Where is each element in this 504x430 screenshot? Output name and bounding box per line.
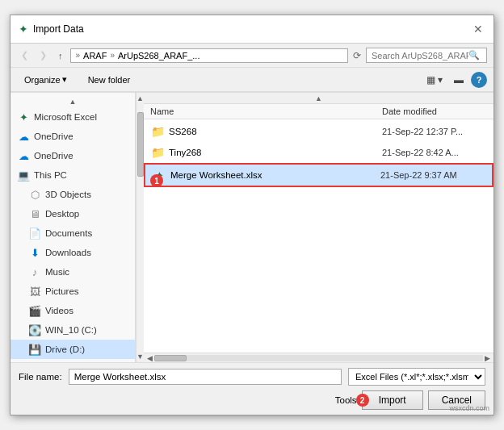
main-content: ▲ ✦ Microsoft Excel ☁ OneDrive ☁ OneDriv…: [10, 92, 494, 362]
h-scrollbar[interactable]: ◀ ▶: [144, 353, 494, 362]
filename-input[interactable]: [69, 369, 342, 385]
bottom-bar: File name: Excel Files (*.xl*;*.xlsx;*.x…: [10, 362, 494, 415]
refresh-button[interactable]: ⟳: [351, 50, 363, 61]
new-folder-button[interactable]: New folder: [81, 72, 138, 88]
downloads-icon: ⬇: [28, 246, 41, 259]
sidebar-item-this-pc[interactable]: 💻 This PC: [10, 165, 135, 185]
sidebar-item-3d-objects[interactable]: ⬡ 3D Objects: [10, 185, 135, 204]
watermark: wsxcdn.com: [449, 404, 489, 412]
file-name-merge: Merge Worksheet.xlsx: [170, 170, 376, 180]
documents-icon: 📄: [28, 227, 41, 240]
close-button[interactable]: ✕: [471, 22, 485, 36]
file-list-area: ▲ Name Date modified 📁 SS268 21-Sep-22 1…: [144, 93, 494, 362]
sidebar-item-downloads[interactable]: ⬇ Downloads: [10, 243, 135, 262]
organize-toolbar: Organize ▾ New folder ▦ ▾ ▬ ?: [10, 68, 494, 92]
address-bar[interactable]: » ARAF » ArUpS268_ARAF_...: [70, 48, 349, 63]
sidebar-item-drived[interactable]: 💾 Drive (D:): [10, 340, 135, 359]
win10-drive-icon: 💽: [28, 324, 41, 336]
sidebar-item-onedrive1[interactable]: ☁ OneDrive: [10, 127, 135, 146]
forward-button[interactable]: ❯: [36, 48, 51, 63]
col-header-date: Date modified: [382, 106, 487, 116]
sidebar-item-videos[interactable]: 🎬 Videos: [10, 301, 135, 320]
toolbar2-right: ▦ ▾ ▬ ?: [422, 72, 487, 88]
view-toggle-button[interactable]: ▦ ▾: [422, 72, 447, 88]
sidebar-item-desktop[interactable]: 🖥 Desktop: [10, 204, 135, 223]
file-item-merge[interactable]: ✦ Merge Worksheet.xlsx 21-Sep-22 9:37 AM…: [144, 163, 494, 187]
h-scroll-right-arrow[interactable]: ▶: [483, 354, 492, 362]
h-scroll-thumb[interactable]: [154, 355, 187, 361]
help-button[interactable]: ?: [471, 72, 487, 88]
pictures-icon: 🖼: [28, 285, 41, 298]
sidebar-label-videos: Videos: [45, 306, 74, 315]
3d-objects-icon: ⬡: [28, 188, 41, 201]
file-list-scroll-top[interactable]: ▲: [144, 93, 494, 104]
view2-button[interactable]: ▬: [450, 72, 468, 88]
drived-icon: 💾: [28, 343, 41, 356]
sidebar-item-music[interactable]: ♪ Music: [10, 262, 135, 282]
sidebar: ▲ ✦ Microsoft Excel ☁ OneDrive ☁ OneDriv…: [10, 93, 136, 362]
sidebar-scroll-up[interactable]: ▲: [10, 96, 135, 107]
col-header-name: Name: [150, 106, 382, 116]
view-arrow-icon: ▾: [438, 74, 443, 86]
back-button[interactable]: ❮: [17, 48, 32, 63]
sidebar-label-this-pc: This PC: [34, 170, 67, 180]
sidebar-label-win10: WIN_10 (C:): [45, 325, 97, 335]
file-date-merge: 21-Sep-22 9:37 AM: [380, 170, 485, 180]
view2-icon: ▬: [454, 74, 464, 86]
file-list-header: Name Date modified: [144, 104, 494, 119]
sidebar-scroll-thumb[interactable]: [137, 112, 144, 177]
file-item-ss268[interactable]: 📁 SS268 21-Sep-22 12:37 P...: [144, 121, 494, 142]
sidebar-label-downloads: Downloads: [45, 248, 91, 257]
tools-label: Tools: [335, 395, 357, 405]
badge-1: 1: [150, 174, 163, 187]
sidebar-label-onedrive2: OneDrive: [34, 151, 74, 161]
dialog-title: Import Data: [33, 23, 84, 35]
videos-icon: 🎬: [28, 304, 41, 317]
filename-row: File name: Excel Files (*.xl*;*.xlsx;*.x…: [19, 368, 485, 386]
search-input[interactable]: [372, 51, 468, 61]
h-scroll-track[interactable]: [154, 355, 483, 361]
file-date-tiny268: 21-Sep-22 8:42 A...: [382, 148, 487, 157]
filename-label: File name:: [19, 372, 62, 382]
sidebar-item-microsoft-excel[interactable]: ✦ Microsoft Excel: [10, 107, 135, 127]
file-date-ss268: 21-Sep-22 12:37 P...: [382, 127, 487, 136]
organize-arrow: ▾: [62, 74, 67, 85]
sidebar-label-music: Music: [45, 267, 69, 277]
search-box: 🔍: [366, 48, 487, 63]
import-button[interactable]: 2 Import: [362, 390, 423, 410]
h-scroll-left-arrow[interactable]: ◀: [145, 354, 154, 362]
address-part-sub: ArUpS268_ARAF_...: [118, 51, 200, 61]
folder-icon-tiny268: 📁: [150, 145, 165, 160]
sidebar-item-pictures[interactable]: 🖼 Pictures: [10, 282, 135, 301]
address-separator1: »: [76, 51, 81, 60]
thispc-icon: 💻: [17, 169, 30, 182]
sidebar-label-pictures: Pictures: [45, 286, 79, 296]
music-icon: ♪: [28, 265, 41, 278]
excel-icon: ✦: [17, 111, 30, 123]
import-dialog: ✦ Import Data ✕ ❮ ❯ ↑ » ARAF » ArUpS268_…: [10, 15, 494, 415]
up-button[interactable]: ↑: [54, 48, 67, 63]
sidebar-item-documents[interactable]: 📄 Documents: [10, 223, 135, 243]
sidebar-label-drived: Drive (D:): [45, 344, 85, 354]
title-bar: ✦ Import Data ✕: [10, 15, 494, 44]
folder-icon-ss268: 📁: [150, 124, 165, 139]
sidebar-scrollbar[interactable]: ▲ ▼: [136, 93, 144, 362]
sidebar-label-3d: 3D Objects: [45, 190, 91, 199]
excel-title-icon: ✦: [19, 23, 28, 35]
file-item-tiny268[interactable]: 📁 Tiny268 21-Sep-22 8:42 A...: [144, 142, 494, 163]
organize-button[interactable]: Organize ▾: [17, 71, 74, 88]
search-icon: 🔍: [468, 50, 480, 61]
onedrive-icon-1: ☁: [17, 130, 30, 143]
bottom-buttons: Tools 2 Import Cancel: [19, 390, 485, 410]
nav-toolbar: ❮ ❯ ↑ » ARAF » ArUpS268_ARAF_... ⟳ 🔍: [10, 44, 494, 68]
sidebar-item-win10[interactable]: 💽 WIN_10 (C:): [10, 320, 135, 340]
filetype-select[interactable]: Excel Files (*.xl*;*.xlsx;*.xlsm;*.x: [348, 368, 485, 386]
title-bar-left: ✦ Import Data: [19, 23, 84, 35]
file-list: 📁 SS268 21-Sep-22 12:37 P... 📁 Tiny268 2…: [144, 119, 494, 353]
address-part-araf: ARAF: [83, 51, 107, 61]
view-icon: ▦: [426, 74, 435, 86]
sidebar-label-onedrive1: OneDrive: [34, 132, 74, 141]
badge-2: 2: [356, 394, 369, 407]
sidebar-label-microsoft-excel: Microsoft Excel: [34, 112, 97, 122]
sidebar-item-onedrive2[interactable]: ☁ OneDrive: [10, 146, 135, 165]
